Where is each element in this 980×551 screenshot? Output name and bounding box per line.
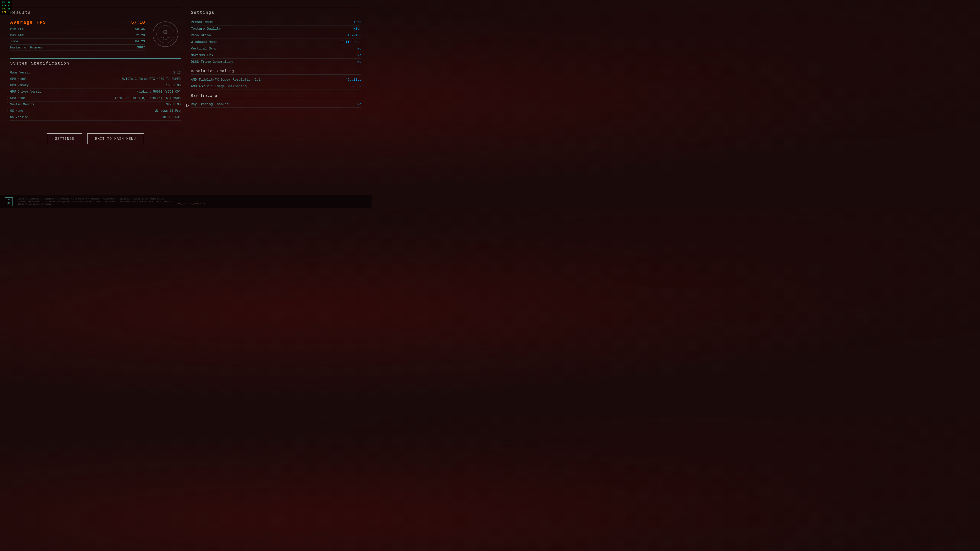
os-name-value: Windows 11 Pro — [155, 109, 181, 113]
gpu-driver-row: GPU Driver Version Nvidia v 56070 [r560_… — [10, 89, 181, 95]
frames-row: Number of Frames 3667 — [10, 44, 145, 51]
gpu-memory-label: GPU Memory — [10, 84, 29, 87]
min-fps-row: Min FPS 50.46 — [10, 26, 145, 32]
maximum-fps-value: No — [357, 53, 361, 57]
vertical-sync-value: No — [357, 47, 361, 51]
fsr-label: AMD FidelityFX Super Resolution 2.1 — [191, 78, 261, 82]
button-row: Settings Exit to Main Menu — [10, 128, 181, 144]
dlss-row: DLSS Frame Generation No — [191, 59, 361, 65]
windowed-mode-label: Windowed Mode — [191, 40, 217, 44]
average-fps-row: Average FPS 57.10 — [10, 19, 145, 26]
os-name-row: OS Name Windows 11 Pro — [10, 108, 181, 114]
ray-tracing-title: Ray Tracing — [191, 94, 361, 99]
game-version-label: Game Version — [10, 71, 32, 75]
os-version-value: 10.0.22631 — [162, 116, 181, 119]
cpu-model-value: 13th Gen Intel(R) Core(TM) i5-13600K — [115, 97, 181, 100]
frames-label: Number of Frames — [10, 46, 42, 49]
gpu-model-row: GPU Model NVIDIA GeForce RTX 4070 Ti SUP… — [10, 76, 181, 83]
system-spec-section: System Specification Game Version 2.12 G… — [10, 59, 181, 121]
system-memory-value: 32768 MB — [166, 103, 181, 106]
time-label: Time — [10, 40, 18, 43]
ray-tracing-row: Ray Tracing Enabled No — [191, 101, 361, 108]
vertical-sync-row: Vertical Sync No — [191, 45, 361, 52]
preset-name-row: Preset Name Ultra — [191, 19, 361, 25]
vertical-sync-label: Vertical Sync — [191, 47, 217, 51]
ray-tracing-label: Ray Tracing Enabled — [191, 102, 229, 106]
exit-button[interactable]: Exit to Main Menu — [87, 133, 144, 144]
average-fps-label: Average FPS — [10, 20, 46, 25]
os-version-label: OS Version — [10, 116, 29, 119]
results-section: Results Average FPS 57.10 Min FPS 50.46 … — [10, 8, 181, 51]
resolution-label: Resolution — [191, 33, 211, 37]
version-num: 85 — [7, 202, 11, 205]
ray-tracing-value: No — [357, 102, 361, 106]
settings-header: Settings — [191, 11, 361, 15]
results-stats: Average FPS 57.10 Min FPS 50.46 Max FPS … — [10, 19, 145, 51]
game-version-row: Game Version 2.12 — [10, 70, 181, 76]
max-fps-label: Max FPS — [10, 33, 24, 37]
gpu-driver-value: Nvidia v 56070 [r560_00] — [137, 90, 181, 94]
fsr-sharpening-label: AMD FSR 2.1 Image Sharpening — [191, 84, 247, 88]
system-memory-label: System Memory — [10, 103, 34, 106]
fsr-sharpening-value: 0.50 — [353, 84, 361, 88]
hud-overlay: GPU 47 0:012 CPU 55 171++ — [0, 0, 12, 15]
fps-val: 171++ — [2, 11, 9, 14]
gpu-memory-row: GPU Memory 16063 MB — [10, 83, 181, 89]
texture-quality-row: Texture Quality High — [191, 25, 361, 32]
gpu-driver-label: GPU Driver Version — [10, 90, 43, 94]
logo-circle: ⚙ VMODTECHCOM — [153, 21, 178, 47]
results-content: Average FPS 57.10 Min FPS 50.46 Max FPS … — [10, 19, 181, 51]
cpu-model-label: CPU Model — [10, 97, 27, 100]
gpu-val2: 0:012 — [2, 5, 9, 7]
os-name-label: OS Name — [10, 109, 23, 113]
resolution-row: Resolution 3840x2160 — [191, 32, 361, 39]
results-header: Results — [10, 11, 181, 15]
max-fps-value: 72.20 — [135, 33, 145, 37]
gpu-model-label: GPU Model — [10, 77, 27, 81]
cpu-model-row: CPU Model 13th Gen Intel(R) Core(TM) i5-… — [10, 95, 181, 102]
dlss-value: No — [357, 60, 361, 64]
maximum-fps-label: Maximum FPS — [191, 53, 213, 57]
time-row: Time 64.23 — [10, 38, 145, 44]
logo-inner: ⚙ VMODTECHCOM — [156, 25, 174, 43]
main-container: Results Average FPS 57.10 Min FPS 50.46 … — [0, 0, 372, 208]
resolution-scaling-title: Resolution Scaling — [191, 69, 361, 75]
gpu-label: GPU — [2, 1, 6, 4]
game-version-value: 2.12 — [173, 71, 181, 75]
system-memory-row: System Memory 32768 MB — [10, 102, 181, 108]
bottom-bar: V 85 Use of this Software is subject to … — [0, 195, 372, 208]
texture-quality-value: High — [353, 27, 361, 30]
cpu-val1: 55 — [8, 8, 11, 10]
logo-gear-icon: ⚙ — [163, 27, 168, 36]
track-id: TRN_TLCAS_R08095 — [166, 203, 206, 205]
gpu-val1: 47 — [8, 1, 11, 4]
settings-panel: Settings Preset Name Ultra Texture Quali… — [191, 8, 361, 108]
legal-text: Use of this Software is subject to the t… — [18, 198, 171, 205]
fsr-value: Quality — [347, 78, 361, 82]
time-value: 64.23 — [135, 40, 145, 43]
os-version-row: OS Version 10.0.22631 — [10, 114, 181, 121]
system-spec-header: System Specification — [10, 61, 181, 66]
logo-text: VMODTECHCOM — [159, 36, 171, 41]
settings-button[interactable]: Settings — [47, 133, 82, 144]
min-fps-value: 50.46 — [135, 27, 145, 31]
average-fps-value: 57.10 — [131, 20, 145, 25]
version-badge: V 85 — [5, 197, 13, 206]
max-fps-row: Max FPS 72.20 — [10, 32, 145, 38]
maximum-fps-row: Maximum FPS No — [191, 52, 361, 59]
windowed-mode-row: Windowed Mode Fullscreen — [191, 39, 361, 45]
preset-name-value: Ultra — [352, 20, 361, 24]
gpu-memory-value: 16063 MB — [166, 84, 181, 87]
dlss-label: DLSS Frame Generation — [191, 60, 233, 64]
cursor-arrow-icon: ▷ — [186, 103, 189, 108]
right-panel: Settings Preset Name Ultra Texture Quali… — [191, 8, 361, 200]
windowed-mode-value: Fullscreen — [342, 40, 361, 44]
logo-container: ⚙ VMODTECHCOM — [150, 19, 181, 49]
side-bar-text: 4 8 N S 2. 1 S — [6, 89, 8, 111]
version-v: V — [8, 199, 10, 202]
texture-quality-label: Texture Quality — [191, 27, 221, 30]
frames-value: 3667 — [137, 46, 145, 49]
left-panel: Results Average FPS 57.10 Min FPS 50.46 … — [10, 8, 181, 200]
fsr-row: AMD FidelityFX Super Resolution 2.1 Qual… — [191, 76, 361, 83]
preset-name-label: Preset Name — [191, 20, 213, 24]
